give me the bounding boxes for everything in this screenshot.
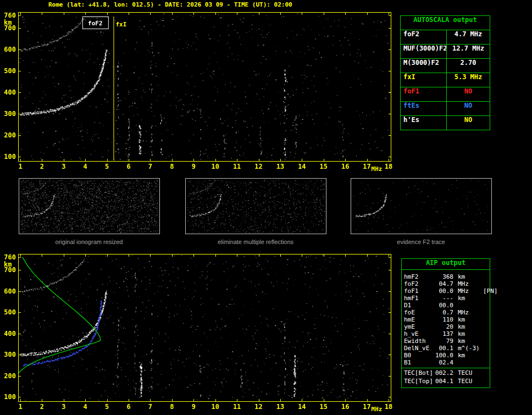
aip-param-note: [483, 273, 487, 280]
aip-param-note: [PN]: [483, 287, 498, 295]
aip-param-value: 20: [435, 323, 458, 330]
autoscala-foF2-label: foF2: [401, 30, 447, 44]
aip-param-unit: MHz: [458, 287, 483, 295]
table-row: MUF(3000)F2 12.7 MHz: [401, 45, 490, 59]
autoscala-m3000-label: M(3000)F2: [401, 59, 447, 73]
autoscala-fxI-value: 5.3 MHz: [447, 73, 490, 87]
aip-row: DelN_vE00.1m^(-3): [402, 345, 490, 352]
aip-param-name: TEC[Bot]: [404, 369, 435, 378]
aip-param-value: 02.4: [435, 359, 458, 366]
aip-param-value: 100.0: [435, 352, 458, 359]
autoscala-hEs-value: NO: [447, 116, 490, 130]
aip-param-unit: km: [458, 330, 483, 337]
aip-table-title: AIP output: [402, 259, 490, 270]
aip-param-note: [483, 352, 487, 359]
aip-param-value: 368: [435, 273, 458, 280]
table-row: fxI 5.3 MHz: [401, 73, 490, 87]
aip-param-value: 79: [435, 337, 458, 345]
aip-param-note: [483, 302, 487, 309]
aip-table: AIP output hmF2368kmfoF204.7MHzfoF100.0M…: [401, 258, 490, 388]
autoscala-output-screen: Rome (lat: +41.8, lon: 012.5) - DATE: 20…: [0, 0, 532, 415]
autoscala-muf-value: 12.7 MHz: [447, 45, 490, 58]
aip-row: D100.0: [402, 302, 490, 309]
aip-param-value: 00.0: [435, 302, 458, 309]
aip-param-unit: km: [458, 352, 483, 359]
autoscala-foF2-value: 4.7 MHz: [447, 30, 490, 44]
aip-param-unit: TECU: [458, 378, 483, 385]
aip-param-name: hmF1: [404, 295, 435, 302]
aip-param-unit: [458, 302, 483, 309]
aip-row: hmF1---km: [402, 295, 490, 302]
aip-param-value: 002.2: [435, 369, 458, 378]
autoscala-foF1-label: foF1: [401, 87, 447, 101]
aip-param-unit: km: [458, 316, 483, 323]
aip-row: ymE20km: [402, 323, 490, 330]
aip-row: foF100.0MHz[PN]: [402, 287, 490, 295]
top-ionogram-canvas: [0, 8, 398, 173]
aip-param-note: [483, 369, 487, 378]
aip-param-name: B0: [404, 352, 435, 359]
thumbnail-f2-trace-evidence: [351, 178, 492, 234]
autoscala-m3000-value: 2.70: [447, 59, 490, 73]
aip-row: TEC[Bot]002.2TECU: [402, 368, 490, 378]
table-row: foF2 4.7 MHz: [401, 30, 490, 45]
autoscala-foF1-value: NO: [447, 87, 490, 101]
aip-param-note: [483, 337, 487, 345]
aip-param-note: [483, 316, 487, 323]
aip-param-name: DelN_vE: [404, 345, 435, 352]
aip-param-unit: m^(-3): [458, 345, 483, 352]
aip-param-value: 04.7: [435, 280, 458, 287]
aip-param-value: 137: [435, 330, 458, 337]
aip-param-unit: km: [458, 323, 483, 330]
aip-param-name: D1: [404, 302, 435, 309]
aip-param-name: hmF2: [404, 273, 435, 280]
aip-param-note: [483, 345, 487, 352]
aip-row: hmE110km: [402, 316, 490, 323]
aip-param-note: [483, 359, 487, 366]
aip-param-name: foF1: [404, 287, 435, 295]
aip-param-note: [483, 280, 487, 287]
aip-row: foF204.7MHz: [402, 280, 490, 287]
aip-param-unit: MHz: [458, 309, 483, 316]
aip-row: Ewidth79km: [402, 337, 490, 345]
autoscala-hEs-label: h'Es: [401, 116, 447, 130]
aip-param-name: hmE: [404, 316, 435, 323]
aip-param-note: [483, 330, 487, 337]
bottom-ionogram-canvas: [0, 250, 398, 415]
aip-param-note: [483, 309, 487, 316]
aip-row: B102.4: [402, 359, 490, 366]
autoscala-ftEs-value: NO: [447, 102, 490, 115]
aip-param-name: Ewidth: [404, 337, 435, 345]
aip-param-value: 00.1: [435, 345, 458, 352]
thumbnail-caption-f2trace: evidence F2 trace: [351, 239, 491, 245]
aip-rows-container: hmF2368kmfoF204.7MHzfoF100.0MHz[PN]hmF1-…: [402, 273, 490, 385]
table-row: M(3000)F2 2.70: [401, 59, 490, 73]
aip-param-name: h_vE: [404, 330, 435, 337]
aip-row: TEC[Top]004.1TECU: [402, 378, 490, 385]
autoscala-ftEs-label: ftEs: [401, 102, 447, 115]
aip-param-note: [483, 295, 487, 302]
aip-param-unit: [458, 359, 483, 366]
autoscala-muf-label: MUF(3000)F2: [401, 45, 447, 58]
thumbnail-caption-original: original ionogram resized: [19, 239, 159, 245]
aip-param-unit: km: [458, 273, 483, 280]
aip-param-name: foF2: [404, 280, 435, 287]
aip-param-name: TEC[Top]: [404, 378, 435, 385]
thumbnail-original-ionogram: [19, 178, 160, 234]
thumbnail-caption-reflections: eliminate multiple reflections: [185, 239, 326, 245]
aip-param-note: [483, 323, 487, 330]
autoscala-table: AUTOSCALA output foF2 4.7 MHz MUF(3000)F…: [400, 15, 490, 130]
aip-row: foE0.7MHz: [402, 309, 490, 316]
aip-row: hmF2368km: [402, 273, 490, 280]
thumbnail-multiple-reflections-removed: [185, 178, 326, 234]
aip-param-value: 0.7: [435, 309, 458, 316]
aip-param-value: 00.0: [435, 287, 458, 295]
aip-param-note: [483, 378, 487, 385]
aip-row: B0100.0km: [402, 352, 490, 359]
aip-param-value: ---: [435, 295, 458, 302]
autoscala-table-title: AUTOSCALA output: [401, 16, 490, 30]
table-row: h'Es NO: [401, 116, 490, 130]
aip-param-unit: MHz: [458, 280, 483, 287]
aip-param-name: B1: [404, 359, 435, 366]
aip-param-name: ymE: [404, 323, 435, 330]
